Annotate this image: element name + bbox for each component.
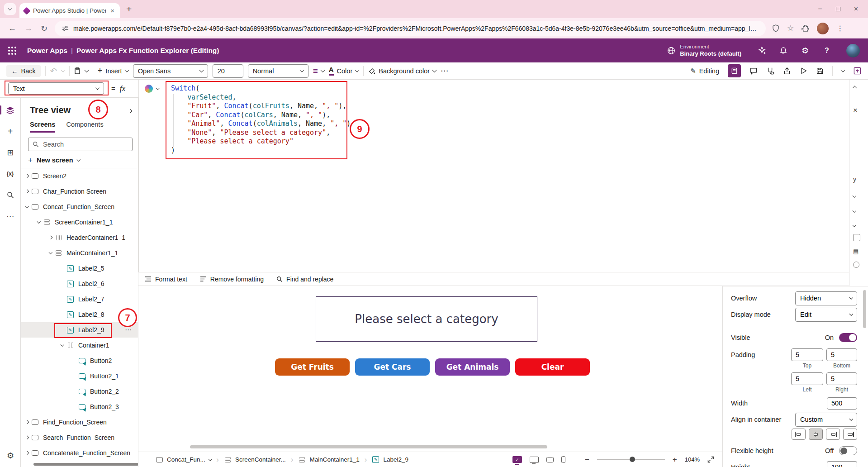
formula-code[interactable]: Switch( varSelected, "Fruit", Concat(col…: [171, 84, 355, 155]
canvas-button-get-fruits[interactable]: Get Fruits: [275, 358, 350, 376]
new-screen-button[interactable]: + New screen: [28, 156, 131, 165]
rail-settings-gear-icon[interactable]: ⚙: [0, 451, 21, 461]
tree-item-button2-1[interactable]: Button2_1: [21, 368, 138, 384]
tree-item-label2-9[interactable]: ✎Label2_9⋯: [21, 322, 138, 338]
breadcrumb-item-screencontainer[interactable]: ScreenContainer...: [224, 456, 286, 463]
alignment-dropdown[interactable]: ≡: [313, 67, 324, 75]
preview-play-icon[interactable]: [800, 67, 807, 75]
app-canvas[interactable]: Please select a category Get FruitsGet C…: [138, 286, 722, 452]
tab-search-button[interactable]: [4, 3, 16, 15]
shield-icon[interactable]: [772, 24, 779, 32]
tree-search-input[interactable]: Search: [28, 138, 133, 151]
undo-button[interactable]: ↶: [50, 66, 57, 76]
tree-tab-components[interactable]: Components: [66, 121, 103, 133]
font-size-input[interactable]: 20: [213, 64, 243, 78]
display-mode-dropdown[interactable]: Edit: [795, 308, 857, 322]
rail-more-icon[interactable]: ⋯: [5, 211, 15, 221]
canvas-label-control[interactable]: Please select a category: [316, 296, 537, 342]
property-selector-dropdown[interactable]: Text: [8, 82, 104, 95]
canvas-button-get-cars[interactable]: Get Cars: [355, 358, 430, 376]
tree-item-label2-6[interactable]: ✎Label2_6: [21, 276, 138, 291]
properties-scrollbar[interactable]: [863, 290, 866, 328]
tree-expand-chevron-icon[interactable]: [34, 221, 43, 224]
panel-collapse-chevron-icon[interactable]: [128, 106, 132, 114]
back-button[interactable]: ←Back: [6, 65, 41, 77]
bookmark-star-icon[interactable]: ☆: [787, 24, 794, 33]
site-settings-icon[interactable]: [62, 25, 69, 32]
align-in-container-dropdown[interactable]: Custom: [795, 413, 857, 427]
extensions-puzzle-icon[interactable]: [802, 24, 809, 32]
tree-item-concatenate-function-screen[interactable]: Concatenate_Function_Screen: [21, 445, 138, 461]
breadcrumb-item-label2-9[interactable]: ✎Label2_9: [372, 456, 408, 463]
window-close-icon[interactable]: ×: [854, 5, 858, 13]
environment-picker[interactable]: Environment Binary Roots (default): [667, 43, 741, 57]
rail-insert-icon[interactable]: +: [5, 126, 15, 136]
browser-reload-icon[interactable]: ↻: [41, 24, 47, 33]
tree-item-label2-8[interactable]: ✎Label2_8: [21, 307, 138, 322]
tree-item-search-function-screen[interactable]: Search_Function_Screen: [21, 430, 138, 445]
browser-menu-kebab-icon[interactable]: ⋮: [836, 24, 844, 33]
tree-expand-chevron-icon[interactable]: [46, 252, 55, 254]
phone-preview-icon[interactable]: [561, 456, 565, 463]
tree-item-headercontainer1-1[interactable]: HeaderContainer1_1: [21, 230, 138, 245]
toolbar-more-icon[interactable]: ⋯: [441, 66, 448, 76]
canvas-button-clear[interactable]: Clear: [515, 358, 590, 376]
browser-tab[interactable]: Power Apps Studio | Power Ap ×: [19, 3, 120, 18]
tree-expand-chevron-icon[interactable]: [58, 344, 66, 347]
tree-item-label2-7[interactable]: ✎Label2_7: [21, 291, 138, 307]
formula-copilot-button[interactable]: [145, 85, 159, 93]
paste-button[interactable]: [74, 67, 81, 75]
tab-close-icon[interactable]: ×: [109, 7, 115, 14]
tree-item-button2[interactable]: Button2: [21, 353, 138, 368]
browser-back-icon[interactable]: ←: [8, 24, 16, 33]
remove-formatting-button[interactable]: Remove formatting: [200, 276, 264, 283]
tree-horizontal-scrollbar[interactable]: [33, 463, 138, 466]
zoom-out-icon[interactable]: −: [585, 455, 589, 464]
zoom-slider[interactable]: [597, 459, 665, 460]
browser-forward-icon[interactable]: →: [24, 24, 33, 33]
tree-item-button2-2[interactable]: Button2_2: [21, 384, 138, 399]
canvas-button-get-animals[interactable]: Get Animals: [435, 358, 510, 376]
tree-tab-screens[interactable]: Screens: [30, 121, 55, 133]
tree-item-find-function-screen[interactable]: Find_Function_Screen: [21, 415, 138, 430]
tree-expand-chevron-icon[interactable]: [23, 421, 31, 424]
rail-variables-icon[interactable]: {x}: [5, 169, 15, 179]
share-icon[interactable]: [783, 67, 791, 75]
tree-expand-chevron-icon[interactable]: [23, 436, 31, 439]
waffle-menu-icon[interactable]: [8, 47, 16, 55]
align-stretch-button[interactable]: [843, 429, 857, 440]
tree-expand-chevron-icon[interactable]: [46, 236, 55, 239]
fit-to-window-icon[interactable]: [707, 456, 714, 463]
notifications-bell-icon[interactable]: [778, 46, 788, 56]
background-color-button[interactable]: Background color: [368, 67, 436, 75]
rail-data-icon[interactable]: ⊞: [5, 148, 15, 157]
padding-top-input[interactable]: 5: [791, 348, 823, 361]
properties-close-icon[interactable]: ×: [853, 106, 858, 115]
align-center-button[interactable]: [809, 429, 823, 440]
tree-item-label2-5[interactable]: ✎Label2_5: [21, 261, 138, 276]
tree-item-maincontainer1-1[interactable]: MainContainer1_1: [21, 245, 138, 261]
account-avatar[interactable]: [846, 44, 860, 57]
comments-icon[interactable]: [749, 67, 758, 75]
tree-item-button2-3[interactable]: Button2_3: [21, 399, 138, 415]
new-tab-button[interactable]: +: [126, 4, 132, 14]
desktop-preview-icon[interactable]: [530, 457, 539, 463]
publish-icon[interactable]: [853, 67, 862, 75]
formula-editor[interactable]: Switch( varSelected, "Fruit", Concat(col…: [138, 80, 849, 272]
zoom-in-icon[interactable]: +: [673, 455, 677, 464]
save-icon[interactable]: [816, 67, 824, 75]
app-checker-icon[interactable]: [766, 67, 774, 75]
formula-collapse-chevron-icon[interactable]: [853, 83, 856, 91]
align-right-button[interactable]: [826, 429, 840, 440]
tree-expand-chevron-icon[interactable]: [23, 175, 31, 177]
tree-item-screen2[interactable]: Screen2: [21, 168, 138, 184]
insert-button[interactable]: +Insert: [98, 66, 128, 76]
visible-toggle[interactable]: [839, 333, 857, 342]
settings-gear-icon[interactable]: ⚙: [800, 46, 810, 56]
save-dropdown-chevron-icon[interactable]: [841, 69, 844, 72]
tablet-preview-icon[interactable]: [546, 457, 554, 462]
tree-expand-chevron-icon[interactable]: [23, 205, 31, 208]
format-text-button[interactable]: Format text: [145, 276, 187, 283]
tree-expand-chevron-icon[interactable]: [23, 190, 31, 193]
desktop-preview-active-icon[interactable]: ✓: [512, 456, 522, 463]
